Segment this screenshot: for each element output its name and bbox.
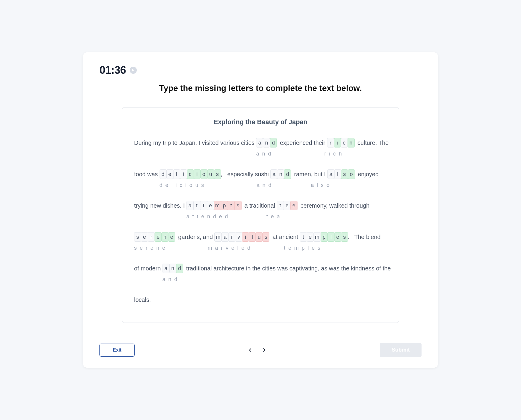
letter-box[interactable]: r bbox=[148, 232, 155, 242]
letter-box[interactable]: d bbox=[284, 169, 291, 179]
letter-box[interactable]: a bbox=[186, 201, 194, 210]
blank-slot[interactable]: serene bbox=[134, 232, 175, 242]
blank-slot[interactable]: and bbox=[270, 169, 291, 179]
line-pair: serene gardens, and marvilus at ancient … bbox=[134, 232, 387, 254]
blank-slot[interactable]: tee bbox=[277, 201, 297, 210]
letter-box[interactable]: m bbox=[214, 201, 221, 210]
nav-controls bbox=[247, 347, 267, 353]
chevron-right-icon[interactable] bbox=[261, 347, 267, 353]
letter-box[interactable]: u bbox=[207, 169, 214, 179]
letter-box[interactable]: a bbox=[256, 138, 263, 148]
letter-box[interactable]: t bbox=[300, 232, 307, 242]
flow-line: serene gardens, and marvilus at ancient … bbox=[134, 232, 387, 242]
letter-box[interactable]: a bbox=[270, 169, 277, 179]
letter-box[interactable]: a bbox=[163, 264, 170, 273]
text-segment: . The blend bbox=[348, 232, 381, 242]
letter-box[interactable]: m bbox=[313, 232, 321, 242]
text-segment: experienced their bbox=[276, 138, 327, 148]
letter-box[interactable]: c bbox=[341, 138, 348, 148]
letter-box[interactable]: s bbox=[341, 169, 348, 179]
letter-box[interactable]: e bbox=[141, 232, 148, 242]
flow-line: During my trip to Japan, I visited vario… bbox=[134, 138, 387, 148]
letter-box[interactable]: t bbox=[193, 201, 200, 210]
answer-text: and bbox=[257, 181, 274, 191]
text-segment: a traditional bbox=[241, 201, 277, 211]
line-pair: locals. bbox=[134, 295, 387, 305]
letter-box[interactable]: c bbox=[187, 169, 194, 179]
flow-line: of modern and traditional architecture i… bbox=[134, 263, 387, 273]
chevron-left-icon[interactable] bbox=[247, 347, 253, 353]
answer-text: temples bbox=[284, 244, 323, 254]
letter-box[interactable]: m bbox=[214, 232, 222, 242]
answer-line: serene gardens, and marveled at ancient … bbox=[134, 244, 387, 254]
letter-box[interactable]: s bbox=[214, 169, 221, 179]
answer-line: food was delicious, especially sushi and… bbox=[134, 181, 387, 191]
letter-box[interactable]: e bbox=[290, 201, 298, 210]
timer: 01:36 bbox=[99, 64, 126, 76]
blank-slot[interactable]: marvilus bbox=[214, 232, 269, 242]
blank-slot[interactable]: and bbox=[256, 138, 276, 148]
letter-box[interactable]: r bbox=[327, 138, 334, 148]
letter-box[interactable]: p bbox=[321, 232, 328, 242]
letter-box[interactable]: o bbox=[348, 169, 355, 179]
flow-line: trying new dishes. I attempts a traditio… bbox=[134, 201, 387, 211]
letter-box[interactable]: d bbox=[176, 264, 183, 273]
letter-box[interactable]: t bbox=[228, 201, 235, 210]
blank-slot[interactable]: temples bbox=[300, 232, 348, 242]
letter-box[interactable]: l bbox=[173, 169, 180, 179]
letter-box[interactable]: e bbox=[168, 232, 175, 242]
flow-line: locals. bbox=[134, 295, 387, 305]
exit-button[interactable]: Exit bbox=[99, 344, 135, 357]
letter-box[interactable]: v bbox=[235, 232, 242, 242]
footer: Exit Submit bbox=[99, 343, 422, 357]
blank-slot[interactable]: delicious bbox=[160, 169, 221, 179]
letter-box[interactable]: l bbox=[334, 169, 341, 179]
letter-box[interactable]: s bbox=[234, 201, 242, 210]
letter-box[interactable]: i bbox=[242, 232, 249, 242]
letter-box[interactable]: t bbox=[277, 201, 284, 210]
svg-marker-0 bbox=[132, 69, 134, 71]
letter-box[interactable]: s bbox=[262, 232, 269, 242]
letter-box[interactable]: n bbox=[263, 138, 270, 148]
letter-box[interactable]: e bbox=[284, 201, 291, 210]
answer-text: and bbox=[256, 150, 274, 160]
letter-box[interactable]: l bbox=[327, 232, 335, 242]
play-icon[interactable] bbox=[130, 67, 137, 74]
letter-box[interactable]: e bbox=[207, 201, 214, 210]
letter-box[interactable]: s bbox=[341, 232, 348, 242]
text-segment: ramen, but I bbox=[291, 169, 327, 179]
text-segment: culture. The bbox=[354, 138, 389, 148]
letter-box[interactable]: l bbox=[249, 232, 256, 242]
letter-box[interactable]: e bbox=[307, 232, 314, 242]
letter-box[interactable]: d bbox=[160, 169, 167, 179]
submit-button[interactable]: Submit bbox=[380, 343, 422, 357]
letter-box[interactable]: o bbox=[200, 169, 208, 179]
letter-box[interactable]: n bbox=[161, 232, 168, 242]
letter-box[interactable]: n bbox=[277, 169, 284, 179]
letter-box[interactable]: d bbox=[270, 138, 277, 148]
letter-box[interactable]: e bbox=[155, 232, 162, 242]
blank-slot[interactable]: also bbox=[327, 169, 355, 179]
letter-box[interactable]: i bbox=[334, 138, 341, 148]
letter-box[interactable]: e bbox=[166, 169, 173, 179]
letter-box[interactable]: i bbox=[180, 169, 187, 179]
text-segment: , especially sushi bbox=[221, 169, 271, 179]
letter-box[interactable]: s bbox=[134, 232, 141, 242]
letter-box[interactable]: p bbox=[221, 201, 228, 210]
letter-box[interactable]: t bbox=[200, 201, 207, 210]
text-segment: traditional architecture in the cities w… bbox=[183, 263, 391, 273]
letter-box[interactable]: h bbox=[348, 138, 355, 148]
blank-slot[interactable]: and bbox=[163, 264, 183, 273]
letter-box[interactable]: u bbox=[255, 232, 263, 242]
letter-box[interactable]: a bbox=[327, 169, 335, 179]
letter-box[interactable]: n bbox=[169, 264, 176, 273]
letter-box[interactable]: e bbox=[334, 232, 341, 242]
letter-box[interactable]: r bbox=[228, 232, 235, 242]
letter-box[interactable]: a bbox=[221, 232, 229, 242]
blank-slot[interactable]: attempts bbox=[186, 201, 241, 210]
text-segment: locals. bbox=[134, 295, 151, 305]
letter-box[interactable]: i bbox=[194, 169, 201, 179]
answer-text: rich bbox=[324, 150, 345, 160]
flow-line: food was delicious, especially sushi and… bbox=[134, 169, 387, 179]
blank-slot[interactable]: rich bbox=[327, 138, 354, 148]
